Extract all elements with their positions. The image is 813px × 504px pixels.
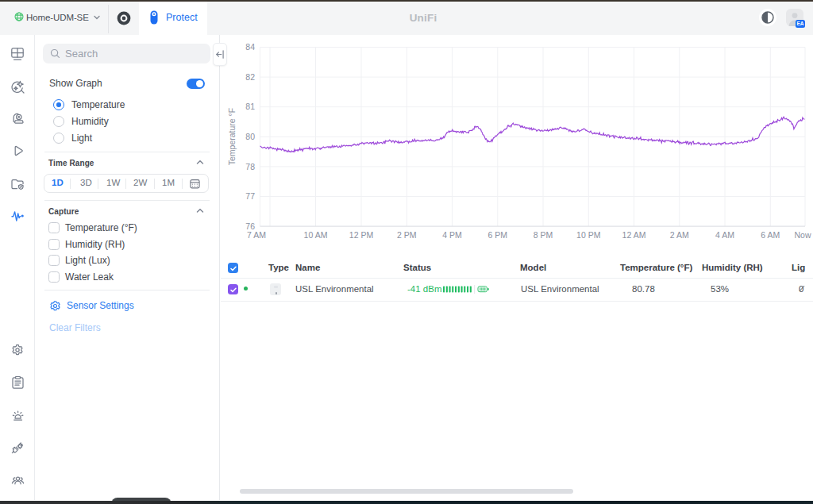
svg-text:82: 82 — [245, 72, 255, 82]
svg-text:Now: Now — [794, 230, 811, 240]
svg-text:6 AM: 6 AM — [761, 230, 780, 240]
svg-text:4 PM: 4 PM — [442, 230, 462, 240]
svg-text:10 AM: 10 AM — [304, 230, 328, 240]
svg-text:77: 77 — [245, 191, 255, 201]
svg-text:4 AM: 4 AM — [715, 230, 734, 240]
svg-text:Temperature °F: Temperature °F — [227, 108, 237, 165]
svg-text:12 AM: 12 AM — [622, 230, 646, 240]
svg-text:76: 76 — [245, 221, 255, 231]
svg-text:81: 81 — [245, 102, 255, 111]
svg-text:78: 78 — [245, 162, 255, 171]
svg-text:2 PM: 2 PM — [397, 230, 417, 240]
svg-text:10 PM: 10 PM — [576, 230, 600, 240]
svg-text:2 AM: 2 AM — [670, 230, 689, 240]
svg-text:12 PM: 12 PM — [349, 230, 373, 240]
svg-text:6 PM: 6 PM — [488, 230, 508, 240]
svg-text:8 PM: 8 PM — [534, 230, 553, 240]
svg-text:84: 84 — [245, 42, 255, 52]
svg-text:7 AM: 7 AM — [247, 230, 266, 240]
svg-text:80: 80 — [245, 132, 255, 141]
